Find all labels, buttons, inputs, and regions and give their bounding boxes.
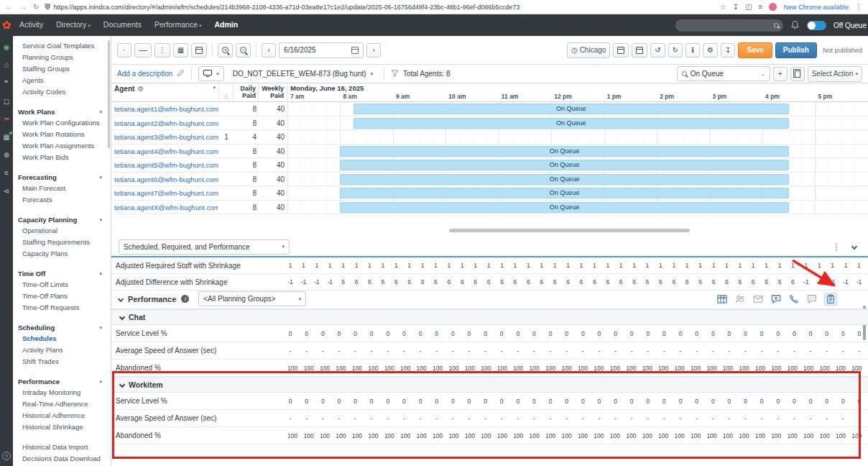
bookmark-star-icon[interactable]: ☆: [720, 3, 726, 11]
download-icon[interactable]: ↧: [733, 3, 739, 11]
agent-settings-gear-icon[interactable]: ⚙: [137, 85, 144, 93]
multi-edit-button[interactable]: -----: [134, 43, 152, 58]
sidebar-item-work-plan-bids[interactable]: Work Plan Bids: [13, 152, 111, 163]
settings-button[interactable]: ⚙: [703, 43, 718, 58]
genesys-logo-icon[interactable]: ✿: [0, 14, 13, 36]
weekly-paid-column-header[interactable]: Weekly Paid: [259, 83, 287, 101]
performance-info-icon[interactable]: i: [181, 295, 189, 303]
reading-list-icon[interactable]: ≡: [759, 3, 763, 11]
section-collapse-chevron-icon[interactable]: [119, 382, 125, 388]
panel-view-selector[interactable]: Scheduled, Required, and Performance ▾: [119, 239, 290, 255]
agent-sort-caret-icon[interactable]: ▾: [213, 85, 216, 91]
new-chrome-button[interactable]: New Chrome available: [783, 4, 849, 11]
video-icon[interactable]: ◻: [4, 97, 9, 105]
on-queue-shift-bar[interactable]: On Queue: [354, 118, 789, 129]
save-button[interactable]: Save: [738, 42, 772, 58]
sidebar-item-work-plan-assignments[interactable]: Work Plan Assignments: [13, 140, 111, 152]
info-button[interactable]: ℹ: [685, 43, 700, 58]
agent-name-link[interactable]: tetiana.agent5@wfm-bughunt.com: [114, 158, 218, 173]
add-button[interactable]: +: [773, 67, 788, 81]
sidebar-item-staffing-requirements[interactable]: Staffing Requirements: [13, 237, 111, 248]
section-header-workitem[interactable]: Workitem: [111, 377, 868, 393]
nav-item-activity[interactable]: Activity: [13, 14, 50, 37]
chat-add-channel-icon[interactable]: [771, 294, 781, 304]
sidebar-item-historical-adherence[interactable]: Historical Adherence: [13, 410, 111, 421]
agent-name-link[interactable]: tetiana.agent4@wfm-bughunt.com: [114, 145, 218, 159]
workitem-channel-icon[interactable]: [825, 293, 836, 305]
date-picker-icon[interactable]: [351, 47, 359, 54]
table-channel-icon[interactable]: [717, 294, 727, 304]
sidebar-item-capacity-plans[interactable]: Capacity Plans: [13, 248, 111, 260]
sidebar-item-time-off-requests[interactable]: Time-Off Requests: [13, 302, 111, 314]
profile-avatar[interactable]: [769, 3, 777, 11]
sidebar-item-time-off-plans[interactable]: Time-Off Plans: [13, 291, 111, 302]
daily-paid-column-header[interactable]: Daily Paid: [234, 83, 259, 101]
sidebar-item-historical-data-import[interactable]: Historical Data Import: [13, 442, 111, 453]
download-button[interactable]: ↧: [721, 43, 735, 58]
sidebar-group-scheduling[interactable]: Scheduling▾: [13, 322, 111, 333]
calendar-view-button[interactable]: [191, 43, 207, 58]
global-search-input[interactable]: [675, 19, 783, 32]
zoom-in-button[interactable]: +: [218, 43, 233, 58]
date-input[interactable]: 6/16/2025: [279, 42, 364, 58]
prev-day-button[interactable]: ‹: [262, 43, 276, 58]
filter-funnel-icon[interactable]: [391, 69, 399, 78]
scissors-icon[interactable]: ✂: [4, 115, 9, 123]
calendar-export-button[interactable]: [613, 43, 629, 58]
on-queue-shift-bar[interactable]: On Queue: [340, 202, 788, 213]
nav-item-documents[interactable]: Documents: [97, 14, 148, 37]
panel-menu-kebab-icon[interactable]: ⋮: [832, 242, 841, 252]
users-channel-icon[interactable]: [735, 294, 745, 304]
sidebar-group-forecasting[interactable]: Forecasting▾: [13, 172, 111, 183]
notifications-bell-icon[interactable]: [790, 20, 800, 31]
sidebar-group-performance[interactable]: Performance▾: [13, 376, 111, 387]
performance-collapse-icon[interactable]: [118, 296, 124, 301]
select-action-button[interactable]: Select Action▾: [808, 66, 862, 82]
on-queue-shift-bar[interactable]: On Queue: [340, 174, 788, 185]
agent-name-link[interactable]: tetiana.agent2@wfm-bughunt.com: [114, 116, 218, 131]
agent-timeline[interactable]: On Queue: [287, 145, 868, 158]
sidebar-item-planning-groups[interactable]: Planning Groups: [13, 52, 111, 63]
voice-channel-icon[interactable]: [789, 294, 799, 304]
queue-filter-combobox[interactable]: On Queue ⌄: [677, 66, 770, 81]
extensions-icon[interactable]: ◫: [745, 3, 752, 11]
section-collapse-chevron-icon[interactable]: [119, 314, 125, 320]
nav-item-directory[interactable]: Directory▾: [50, 14, 97, 37]
list-icon[interactable]: ≡: [4, 169, 9, 177]
schedule-name-dropdown[interactable]: DO_NOT_DELETE_WEM-873 (Bug hunt)▾: [228, 66, 377, 81]
agent-name-link[interactable]: tetiana.agent3@wfm-bughunt.com: [114, 130, 218, 145]
sidebar-item-activity-codes[interactable]: Activity Codes: [13, 86, 111, 98]
sidebar-group-capacity-planning[interactable]: Capacity Planning▾: [13, 214, 111, 225]
sidebar-item-intraday-monitoring[interactable]: Intraday Monitoring: [13, 387, 111, 398]
sidebar-item-shift-trades[interactable]: Shift Trades: [13, 356, 111, 367]
on-queue-shift-bar[interactable]: On Queue: [340, 160, 788, 170]
planning-group-dropdown[interactable]: <All Planning Groups> ▾: [198, 291, 306, 306]
horizontal-scrollbar[interactable]: [449, 229, 690, 232]
copy-button[interactable]: [790, 67, 805, 81]
sidebar-item-agents[interactable]: Agents: [13, 75, 111, 86]
agent-name-link[interactable]: tetiana.agent6@wfm-bughunt.com: [114, 173, 218, 187]
voice-icon[interactable]: ⊲: [4, 187, 9, 195]
agent-name-link[interactable]: tetiana.agent7@wfm-bughunt.com: [114, 186, 218, 201]
timezone-button[interactable]: ◷Chicago: [567, 42, 610, 58]
sidebar-scrollbar[interactable]: [108, 40, 110, 148]
add-activity-button[interactable]: ·: [117, 43, 131, 58]
sidebar-item-staffing-groups[interactable]: Staffing Groups: [13, 63, 111, 75]
address-bar[interactable]: https://apps.inindca.com/directory/#/adm…: [45, 4, 714, 11]
sidebar-group-time-off[interactable]: Time Off▾: [13, 268, 111, 279]
help-icon[interactable]: ?: [2, 452, 11, 460]
sidebar-item-historical-shrinkage[interactable]: Historical Shrinkage: [13, 421, 111, 433]
sidebar-item-forecasts[interactable]: Forecasts: [13, 194, 111, 206]
section-header-chat[interactable]: Chat: [111, 309, 868, 325]
agent-timeline[interactable]: On Queue: [287, 102, 868, 116]
edit-description-pencil-icon[interactable]: [177, 69, 185, 78]
columns-button[interactable]: ⋮: [154, 43, 170, 58]
site-security-icon[interactable]: [45, 4, 50, 10]
agent-column-header[interactable]: Agent ⚙ ▾: [111, 83, 219, 101]
agent-timeline[interactable]: On Queue: [287, 186, 868, 200]
agent-name-link[interactable]: tetiana.agent1@wfm-bughunt.com: [114, 102, 218, 116]
browser-forward-icon[interactable]: →: [19, 3, 27, 11]
on-queue-shift-bar[interactable]: On Queue: [340, 146, 788, 157]
view-mode-dropdown[interactable]: ▾: [198, 66, 224, 81]
sidebar-group-work-plans[interactable]: Work Plans▾: [13, 106, 111, 117]
